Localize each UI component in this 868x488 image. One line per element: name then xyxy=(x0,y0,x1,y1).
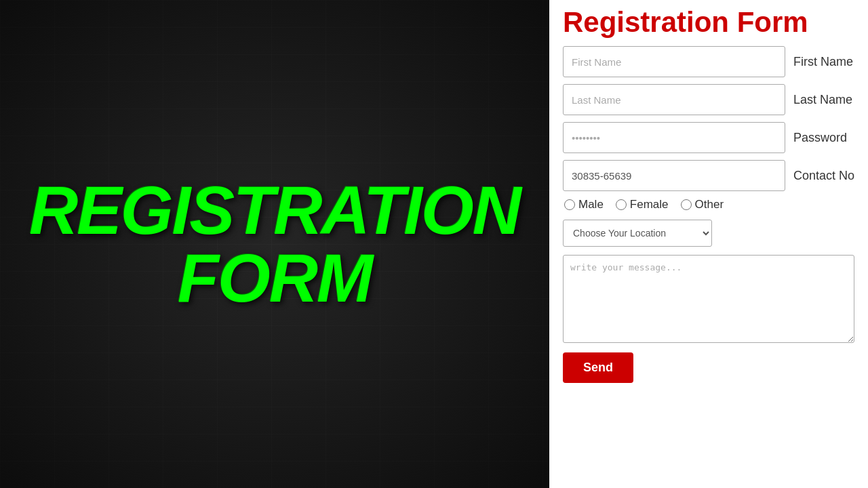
first-name-row: First Name xyxy=(563,46,854,77)
contact-label: Contact No xyxy=(793,169,854,183)
password-row: Password xyxy=(563,122,854,153)
gender-other-radio[interactable] xyxy=(681,199,692,210)
gender-other-label: Other xyxy=(695,198,724,211)
gender-female-radio[interactable] xyxy=(616,199,627,210)
gender-male-label: Male xyxy=(578,198,604,211)
left-panel: REGISTRATION FORM xyxy=(0,0,549,488)
send-button[interactable]: Send xyxy=(563,352,633,383)
gender-female-option[interactable]: Female xyxy=(616,198,669,211)
first-name-input[interactable] xyxy=(563,46,785,77)
hero-title-line2: FORM xyxy=(29,244,520,312)
hero-title-line1: REGISTRATION xyxy=(29,176,520,244)
password-input[interactable] xyxy=(563,122,785,153)
form-title: Registration Form xyxy=(563,7,854,38)
gender-male-radio[interactable] xyxy=(564,199,575,210)
location-select[interactable]: Choose Your Location New York Los Angele… xyxy=(563,220,712,247)
password-label: Password xyxy=(793,131,854,145)
contact-input[interactable] xyxy=(563,160,785,191)
right-panel: Registration Form First Name Last Name P… xyxy=(549,0,868,488)
last-name-row: Last Name xyxy=(563,84,854,115)
last-name-input[interactable] xyxy=(563,84,785,115)
gender-female-label: Female xyxy=(630,198,669,211)
last-name-label: Last Name xyxy=(793,93,854,107)
first-name-label: First Name xyxy=(793,55,854,69)
hero-text: REGISTRATION FORM xyxy=(29,176,520,312)
gender-group: Male Female Other xyxy=(564,198,854,211)
message-textarea[interactable] xyxy=(563,255,854,343)
gender-male-option[interactable]: Male xyxy=(564,198,604,211)
contact-row: Contact No xyxy=(563,160,854,191)
gender-other-option[interactable]: Other xyxy=(681,198,724,211)
